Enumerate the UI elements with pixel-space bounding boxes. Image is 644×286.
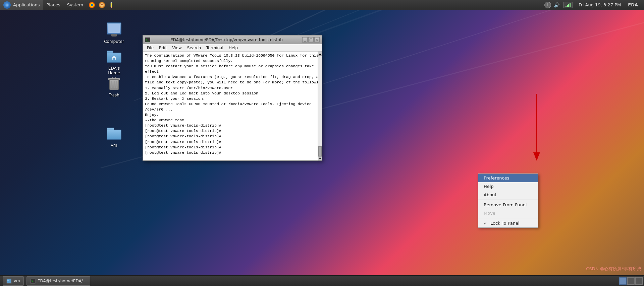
watermark-text: CSDN @心有所属*事有所成 bbox=[586, 266, 641, 271]
scrollbar-thumb[interactable] bbox=[318, 146, 322, 156]
ctx-item-move: Move bbox=[478, 209, 538, 217]
desktop-icon-computer[interactable]: Computer bbox=[101, 20, 127, 46]
desktop bbox=[0, 0, 644, 286]
maximize-button[interactable]: □ bbox=[308, 37, 314, 43]
ctx-item-lock[interactable]: ✓ Lock To Panel bbox=[478, 219, 538, 227]
trash-icon-label: Trash bbox=[109, 93, 119, 97]
taskbar-vm-icon bbox=[6, 278, 12, 284]
svg-marker-10 bbox=[111, 7, 112, 8]
top-panel: Applications Places System bbox=[0, 0, 644, 10]
context-menu: Preferences Help About Remove From Panel… bbox=[478, 173, 538, 228]
ctx-separator-1 bbox=[478, 200, 538, 200]
terminal-titlebar: $_ EDA@test:/home/EDA/Desktop/vm/vmware-… bbox=[143, 35, 322, 44]
trash-icon-img bbox=[106, 75, 122, 91]
taskbar-terminal-icon: $ bbox=[30, 278, 36, 284]
bottom-panel: vm $ EDA@test:/home/EDA/... bbox=[0, 275, 644, 286]
terminal-title: EDA@test:/home/EDA/Desktop/vm/vmware-too… bbox=[152, 38, 302, 42]
desktop-icon-trash[interactable]: Trash bbox=[101, 74, 127, 99]
ctx-move-label: Move bbox=[484, 211, 495, 216]
minimize-button[interactable]: _ bbox=[302, 37, 308, 43]
terminal-content[interactable]: The configuration of VMware Tools 10.3.2… bbox=[143, 52, 318, 160]
taskbar-terminal-label: EDA@test:/home/EDA/... bbox=[38, 279, 87, 283]
fedora-icon bbox=[3, 1, 11, 9]
terminal-menu-help[interactable]: Help bbox=[226, 44, 240, 52]
home-icon-img bbox=[106, 49, 122, 65]
annotation-arrow bbox=[530, 94, 543, 169]
vm-icon-label: vm bbox=[111, 143, 117, 148]
ctx-separator-2 bbox=[478, 218, 538, 218]
terminal-menu-search[interactable]: Search bbox=[184, 44, 204, 52]
desktop-icon-vm[interactable]: vm bbox=[101, 124, 127, 149]
taskbar-item-vm[interactable]: vm bbox=[3, 276, 24, 286]
pager-btn-3[interactable] bbox=[635, 277, 643, 285]
taskbar-vm-label: vm bbox=[14, 279, 20, 283]
ctx-lock-label: Lock To Panel bbox=[490, 221, 520, 226]
terminal-menu-terminal[interactable]: Terminal bbox=[204, 44, 226, 52]
ctx-item-remove[interactable]: Remove From Panel bbox=[478, 201, 538, 209]
svg-point-8 bbox=[101, 4, 103, 5]
pager-btn-2[interactable] bbox=[627, 277, 635, 285]
ctx-help-label: Help bbox=[484, 184, 494, 189]
svg-point-5 bbox=[91, 4, 93, 6]
terminal-menu-edit[interactable]: Edit bbox=[156, 44, 169, 52]
pager-btn-1[interactable] bbox=[619, 277, 627, 285]
svg-rect-11 bbox=[111, 2, 112, 3]
system-menu[interactable]: System bbox=[64, 0, 87, 10]
ctx-about-label: About bbox=[484, 192, 496, 197]
user-label: EDA bbox=[625, 2, 641, 7]
volume-icon-btn[interactable]: 🔊 bbox=[553, 1, 560, 9]
computer-icon-label: Computer bbox=[104, 39, 124, 44]
clock-display: Fri Aug 19, 3:27 PM bbox=[576, 2, 624, 7]
terminal-menu-view[interactable]: View bbox=[169, 44, 184, 52]
terminal-menu-file[interactable]: File bbox=[144, 44, 156, 52]
ctx-item-help[interactable]: Help bbox=[478, 182, 538, 191]
svg-text:$: $ bbox=[31, 280, 33, 283]
ctx-preferences-label: Preferences bbox=[484, 175, 509, 181]
applications-menu[interactable]: Applications bbox=[0, 0, 43, 10]
ctx-remove-label: Remove From Panel bbox=[484, 202, 527, 207]
scrollbar-up[interactable]: ▲ bbox=[318, 52, 322, 56]
svg-marker-1 bbox=[533, 152, 540, 161]
network-icon-btn[interactable] bbox=[562, 1, 574, 9]
vm-icon-img bbox=[106, 126, 122, 142]
close-button[interactable]: ✕ bbox=[314, 37, 320, 43]
scrollbar-down[interactable]: ▼ bbox=[318, 156, 322, 160]
info-circle: i bbox=[544, 2, 551, 8]
svg-rect-16 bbox=[7, 280, 9, 281]
ctx-item-about[interactable]: About bbox=[478, 191, 538, 199]
taskbar-item-terminal[interactable]: $ EDA@test:/home/EDA/... bbox=[26, 276, 90, 286]
extra-icon-1[interactable] bbox=[97, 0, 107, 10]
info-icon-btn[interactable]: i bbox=[544, 1, 551, 9]
volume-icon: 🔊 bbox=[554, 2, 559, 8]
desktop-icon-home[interactable]: EDA's Home bbox=[101, 47, 127, 77]
terminal-scrollbar[interactable]: ▲ ▼ bbox=[318, 52, 322, 160]
ctx-item-preferences[interactable]: Preferences bbox=[478, 174, 538, 182]
ctx-lock-check: ✓ bbox=[484, 221, 488, 226]
svg-marker-12 bbox=[112, 56, 116, 60]
terminal-small-icon: $_ bbox=[145, 38, 150, 42]
places-menu[interactable]: Places bbox=[43, 0, 63, 10]
terminal-menubar: File Edit View Search Terminal Help bbox=[143, 44, 322, 52]
svg-text:$_: $_ bbox=[146, 39, 149, 42]
network-icon bbox=[564, 2, 573, 8]
csdn-watermark: CSDN @心有所属*事有所成 bbox=[583, 265, 644, 273]
computer-icon-img bbox=[106, 22, 122, 38]
extra-icon-2[interactable] bbox=[107, 0, 116, 10]
terminal-window: $_ EDA@test:/home/EDA/Desktop/vm/vmware-… bbox=[143, 35, 322, 161]
firefox-button[interactable] bbox=[87, 0, 97, 10]
